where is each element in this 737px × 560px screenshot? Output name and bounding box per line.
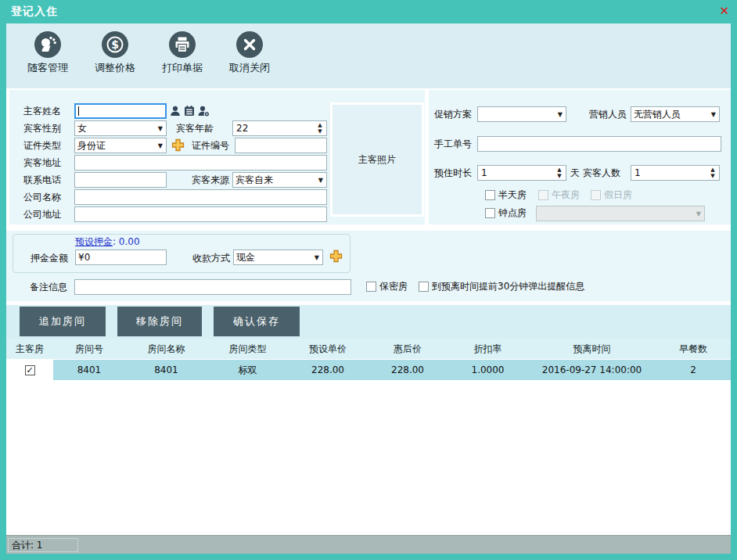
row-room-no: 8401 <box>53 360 125 380</box>
row-main-room-cell: ✓ <box>6 360 53 380</box>
half-day-checkbox[interactable]: 半天房 <box>485 189 527 202</box>
chevron-down-icon: ▼ <box>158 125 163 133</box>
preset-deposit-link[interactable]: 预设押金: 0.00 <box>75 235 140 249</box>
deposit-amount-input[interactable]: ¥0 <box>75 249 167 265</box>
duration-unit-label: 天 <box>570 165 580 181</box>
payment-method-select[interactable]: 现金▼ <box>233 249 323 265</box>
remarks-input[interactable] <box>74 279 351 295</box>
row-room-type: 标双 <box>207 360 288 380</box>
departure-reminder-checkbox[interactable]: 到预离时间提前30分钟弹出提醒信息 <box>419 281 584 293</box>
age-label: 宾客年龄 <box>176 120 214 136</box>
header-room-name: 房间名称 <box>125 339 207 359</box>
checkbox-box <box>591 190 601 200</box>
room-table-header: 主客房 房间号 房间名称 房间类型 预设单价 惠后价 折扣率 预离时间 早餐数 <box>6 339 731 359</box>
titlebar: 登记入住 ✕ <box>0 0 737 23</box>
header-departure-time: 预离时间 <box>528 339 656 359</box>
guest-info-panel: 主客姓名 宾客性别 女▼ 宾客年龄 22 ▲▼ 证件类型 身份证▼ 证件编号 宾… <box>9 90 425 224</box>
midnight-checkbox: 午夜房 <box>538 189 580 202</box>
header-discount-rate: 折扣率 <box>448 339 528 359</box>
spin-up-icon[interactable]: ▲ <box>555 167 563 173</box>
row-room-name: 8401 <box>125 360 207 380</box>
row-breakfast: 2 <box>656 360 731 380</box>
age-spinner[interactable]: 22 ▲▼ <box>232 120 327 136</box>
tool-label: 调整价格 <box>88 61 142 75</box>
text-caret <box>78 106 79 116</box>
guest-photo-area[interactable]: 主客照片 <box>330 102 424 217</box>
id-number-label: 证件编号 <box>192 138 229 153</box>
main-room-checkbox[interactable]: ✓ <box>25 365 35 375</box>
company-name-input[interactable] <box>74 189 327 205</box>
svg-text:$: $ <box>111 38 119 51</box>
checkbox-box <box>419 282 429 292</box>
phone-input[interactable] <box>74 172 167 188</box>
gender-select[interactable]: 女▼ <box>74 120 167 136</box>
hourly-plan-select: ▼ <box>536 206 705 221</box>
phone-label: 联系电话 <box>23 172 61 188</box>
chevron-down-icon: ▼ <box>558 111 563 119</box>
person-icon[interactable] <box>169 105 182 117</box>
spin-up-icon[interactable]: ▲ <box>709 167 717 173</box>
id-type-select[interactable]: 身份证▼ <box>74 138 167 153</box>
guest-count-label: 宾客人数 <box>583 165 620 181</box>
spin-up-icon[interactable]: ▲ <box>316 122 324 128</box>
window-title: 登记入住 <box>11 5 58 19</box>
window-body: 随客管理 $ 调整价格 打印单据 取消关闭 主客姓名 <box>6 23 731 554</box>
guest-source-select[interactable]: 宾客自来▼ <box>232 172 327 188</box>
adjust-price-button[interactable]: $ 调整价格 <box>88 31 142 75</box>
spin-down-icon[interactable]: ▼ <box>555 173 563 179</box>
guest-name-input[interactable] <box>74 103 167 119</box>
print-receipt-button[interactable]: 打印单据 <box>155 31 210 75</box>
hourly-checkbox[interactable]: 钟点房 <box>485 207 527 220</box>
id-number-input[interactable] <box>235 138 327 153</box>
add-room-button[interactable]: 追加房间 <box>20 307 106 336</box>
remove-room-button[interactable]: 移除房间 <box>117 307 202 336</box>
cancel-close-button[interactable]: 取消关闭 <box>222 31 277 75</box>
manual-number-input[interactable] <box>477 136 721 152</box>
guest-address-label: 宾客地址 <box>23 155 61 171</box>
checkbox-box <box>366 282 376 292</box>
company-address-input[interactable] <box>74 206 327 222</box>
confirm-save-button[interactable]: 确认保存 <box>214 307 300 336</box>
guest-name-label: 主客姓名 <box>23 103 61 119</box>
row-preset-price: 228.00 <box>288 360 368 380</box>
add-payment-icon[interactable] <box>329 249 343 263</box>
close-button[interactable]: ✕ <box>719 4 729 18</box>
remarks-label: 备注信息 <box>30 279 67 295</box>
spin-down-icon[interactable]: ▼ <box>709 173 717 179</box>
tool-label: 随客管理 <box>20 61 75 75</box>
checkbox-box <box>485 208 495 218</box>
add-id-icon[interactable] <box>171 138 185 152</box>
duration-spinner[interactable]: 1 ▲▼ <box>477 165 566 181</box>
checkbox-box <box>538 190 548 200</box>
company-address-label: 公司地址 <box>23 206 61 222</box>
deposit-groupbox: 预设押金: 0.00 押金金额 ¥0 收款方式 现金▼ <box>13 234 351 273</box>
checkbox-box <box>485 190 495 200</box>
secret-room-checkbox[interactable]: 保密房 <box>366 281 408 293</box>
people-icon <box>34 31 61 58</box>
company-name-label: 公司名称 <box>23 189 61 205</box>
row-discount-price: 228.00 <box>368 360 448 380</box>
action-button-band: 追加房间 移除房间 确认保存 <box>6 305 731 339</box>
person-settings-icon[interactable] <box>197 105 210 117</box>
companion-manage-button[interactable]: 随客管理 <box>20 31 75 75</box>
guest-count-spinner[interactable]: 1 ▲▼ <box>631 165 720 181</box>
header-room-no: 房间号 <box>53 339 125 359</box>
promo-select[interactable]: ▼ <box>477 106 566 122</box>
guest-source-label: 宾客来源 <box>192 172 229 188</box>
header-breakfast: 早餐数 <box>656 339 731 359</box>
chevron-down-icon: ▼ <box>315 254 319 262</box>
id-card-reader-icon[interactable] <box>183 105 196 117</box>
tool-label: 打印单据 <box>155 61 210 75</box>
room-table-row[interactable]: ✓ 8401 8401 标双 228.00 228.00 1.0000 2016… <box>6 360 731 380</box>
close-circle-icon <box>236 31 263 58</box>
marketer-select[interactable]: 无营销人员▼ <box>631 106 720 122</box>
spin-down-icon[interactable]: ▼ <box>316 128 324 135</box>
printer-icon <box>169 31 196 58</box>
gender-label: 宾客性别 <box>23 120 61 136</box>
header-room-type: 房间类型 <box>207 339 288 359</box>
guest-photo-label: 主客照片 <box>358 154 396 165</box>
guest-address-input[interactable] <box>74 155 327 171</box>
row-discount-rate: 1.0000 <box>448 360 528 380</box>
payment-method-label: 收款方式 <box>192 250 230 266</box>
header-discount-price: 惠后价 <box>368 339 448 359</box>
